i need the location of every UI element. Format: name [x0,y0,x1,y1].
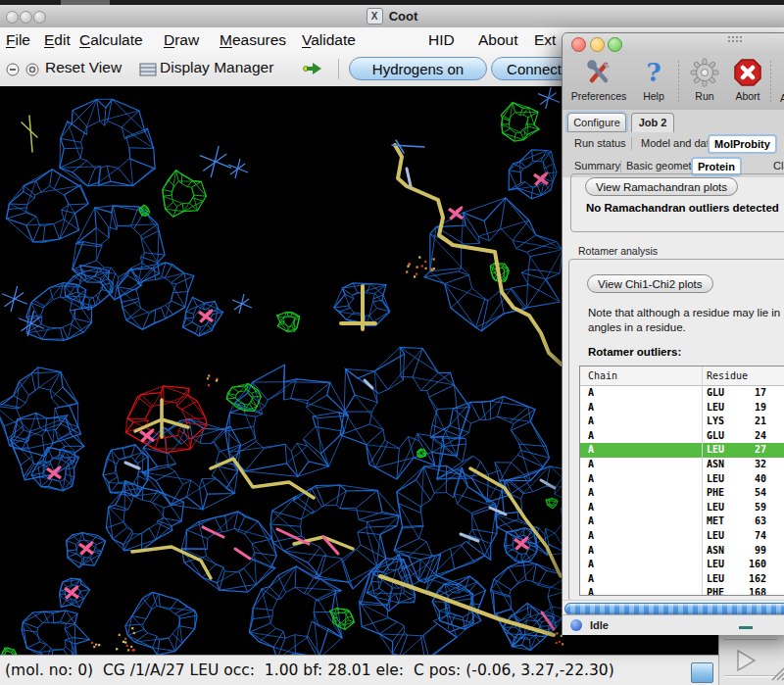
view-ramachandran-plots-button[interactable]: View Ramachandran plots [585,177,738,196]
column-separator [702,367,703,595]
ramachandran-frame: View Ramachandran plots No Ramachandran … [570,173,784,232]
rotamer-outlier-row[interactable]: ALEU59 [580,501,784,515]
rotamer-outlier-row[interactable]: ALEU40 [580,472,784,487]
toolbar-separator [338,59,339,79]
x11-icon: X [367,8,383,24]
tab-run-status[interactable]: Run status [574,132,626,155]
display-manager-icon [139,63,157,80]
rotamer-outlier-row[interactable]: AASN99 [580,544,784,559]
run-button[interactable]: Run [684,58,725,102]
preferences-button[interactable]: Preferences [564,58,633,102]
job-tabs: ConfigureJob 2 [563,110,784,133]
horizontal-scrollbar[interactable] [563,600,784,615]
mnemonic-letter: F [6,31,15,48]
panel-divider [724,639,777,640]
menu-ext[interactable]: Ext [534,27,556,52]
abort-icon [725,58,770,89]
rotamer-outlier-row[interactable]: AASN32 [580,458,784,472]
help-icon: ? [637,58,670,89]
rotamer-outlier-row[interactable]: ALEU162 [580,572,784,587]
menu-measures[interactable]: Measures [220,27,286,52]
teal-dash [739,626,753,629]
toolbar-separator [770,61,771,102]
statusbar: (mol. no: 0) CG /1/A/27 LEU occ: 1.00 bf… [0,655,718,685]
column-header-chain[interactable]: Chain [588,367,617,385]
window-title-text: Coot [389,9,418,24]
reset-view-button[interactable]: Reset View [45,59,122,76]
color-swatch[interactable] [691,662,713,683]
dialog-minimize-icon[interactable] [590,37,605,52]
resize-grip-icon[interactable] [769,665,784,685]
rotamer-outlier-row[interactable]: ALEU74 [580,529,784,544]
view-chi1-chi2-plots-button[interactable]: View Chi1-Chi2 plots [587,274,713,293]
column-header-residue[interactable]: Residue [707,367,748,385]
atom-status-text: (mol. no: 0) CG /1/A/27 LEU occ: 1.00 bf… [5,656,614,685]
molprobity-dialog: Preferences?HelpRunAbortA ConfigureJob 2… [562,32,784,635]
rotamer-outlier-row[interactable]: AMET63 [580,514,784,529]
svg-text:?: ? [646,58,661,87]
coot-application: X Coot FileEditCalculateDrawMeasuresVali… [0,0,784,685]
idle-status-icon [570,619,582,631]
redo-view-icon[interactable] [25,63,39,80]
rotamer-outlier-row[interactable]: AGLU17 [580,386,784,401]
toolbar-separator [678,61,679,102]
rotamer-outlier-row[interactable]: ALEU27 [580,443,784,458]
run-icon [684,58,725,89]
grip-dots-icon [727,35,743,43]
tab-configure[interactable]: Configure [567,113,626,132]
rotamer-outliers-heading: Rotamer outliers: [588,346,681,358]
clipped-toolbar-label: A [780,92,784,104]
rotamer-outlier-row[interactable]: APHE168 [580,586,784,596]
tab-separator [631,137,632,150]
rotamer-outliers-table[interactable]: Chain Residue AGLU17ALEU19ALYS21AGLU24AL… [579,366,784,596]
play-triangle-icon[interactable] [733,648,759,677]
dialog-close-icon[interactable] [571,37,586,52]
tab-molprobity[interactable]: MolProbity [708,134,777,154]
result-tabs: Run statusModel and dataMolProbity [563,132,784,156]
forward-arrow-icon[interactable] [303,62,322,79]
display-manager-button[interactable]: Display Manager [160,59,273,76]
dialog-toolbar: Preferences?HelpRunAbortA [563,55,784,111]
rotamer-outlier-row[interactable]: AGLU24 [580,429,784,444]
dialog-status-text: Idle [590,615,609,635]
menu-edit[interactable]: Edit [44,27,71,52]
menu-draw[interactable]: Draw [164,27,199,52]
abort-button[interactable]: Abort [725,58,770,102]
ramachandran-message: No Ramachandran outliers detected [586,202,779,214]
help-button[interactable]: ?Help [637,58,670,102]
preferences-icon [564,58,633,89]
table-body: AGLU17ALEU19ALYS21AGLU24ALEU27AASN32ALEU… [580,386,784,596]
menu-file[interactable]: File [6,27,30,52]
dialog-zoom-icon[interactable] [608,37,622,52]
window-title: X Coot [0,5,784,27]
dialog-titlebar[interactable] [563,33,784,55]
rotamer-frame: View Chi1-Chi2 plots Note that although … [568,259,784,602]
mnemonic-letter: D [164,31,174,48]
tab-job-2[interactable]: Job 2 [631,113,674,133]
rotamer-outlier-row[interactable]: APHE54 [580,486,784,501]
dialog-status-row: Idle [563,614,784,635]
menu-about[interactable]: About [478,27,518,52]
table-header[interactable]: Chain Residue [580,367,784,386]
menu-calculate[interactable]: Calculate [79,27,143,52]
mnemonic-letter: M [220,31,232,48]
rotamer-outlier-row[interactable]: ALEU19 [580,401,784,416]
menu-validate[interactable]: Validate [302,27,356,52]
tab-model-and-data[interactable]: Model and data [641,132,715,155]
rotamer-outlier-row[interactable]: ALYS21 [580,415,784,429]
mnemonic-letter: C [79,31,90,48]
rotamer-note-line1: Note that although a residue may lie in [588,307,780,318]
tab-separator [620,160,621,172]
rotamer-analysis-label: Rotamer analysis [576,245,660,257]
mnemonic-letter: V [302,31,311,48]
mnemonic-letter: E [44,31,54,48]
rotamer-note-line2: angles in a residue. [588,321,686,333]
hydrogens-on-button[interactable]: Hydrogens on [349,57,487,80]
main-titlebar[interactable]: X Coot [0,5,784,28]
menu-hid[interactable]: HID [428,27,455,52]
undo-view-icon[interactable] [6,63,20,80]
rotamer-outlier-row[interactable]: ALEU160 [580,558,784,572]
side-panel [718,632,784,685]
